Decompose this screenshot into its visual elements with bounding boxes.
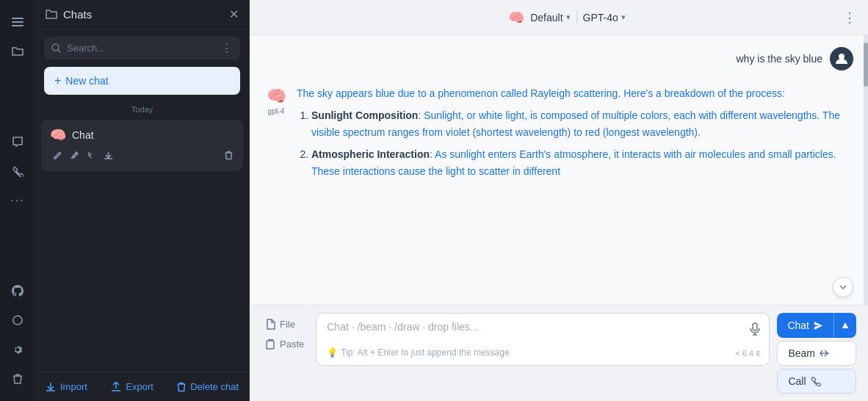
gpt-chevron-icon: ▾ (621, 12, 626, 22)
model-selector-button[interactable]: Default ▾ (530, 12, 570, 24)
ai-message-row: 🧠 gpt-4 The sky appears blue due to a ph… (250, 76, 868, 194)
call-button[interactable]: Call (777, 369, 856, 394)
main-chat-area: 🧠 Default ▾ GPT-4o ▾ ⋮ why is the sky bl… (250, 0, 868, 401)
microphone-icon[interactable] (750, 322, 760, 339)
import-button[interactable]: Import (46, 381, 87, 392)
phone-nav-icon[interactable] (4, 158, 31, 184)
delete-chat-label: Delete chat (190, 381, 239, 392)
message-input-box[interactable]: Chat · /beam · /draw · drop files... 💡 T… (316, 313, 770, 366)
file-button[interactable]: File (261, 316, 308, 333)
paste-label: Paste (280, 339, 304, 350)
today-section-label: Today (35, 102, 249, 118)
ai-list-item-2: Atmospheric Interaction: As sunlight ent… (311, 146, 853, 179)
export-button[interactable]: Export (111, 381, 153, 392)
gpt-model-name: GPT-4o (583, 12, 618, 24)
call-icon (811, 376, 821, 386)
file-icon (266, 319, 275, 330)
import-label: Import (60, 381, 87, 392)
folder-icon[interactable] (4, 38, 31, 65)
tip-text: Tip: Alt + Enter to just append the mess… (341, 347, 509, 358)
export-icon (111, 382, 121, 392)
send-expand-button[interactable] (833, 313, 856, 338)
input-area: File Paste Chat · /beam · /draw · drop f… (250, 305, 868, 401)
search-options-icon[interactable]: ⋮ (221, 41, 233, 55)
scrollbar-track (864, 35, 868, 305)
gpt-model-button[interactable]: GPT-4o ▾ (583, 12, 626, 24)
input-placeholder: Chat · /beam · /draw · drop files... (327, 321, 759, 333)
sidebar-title: Chats (63, 8, 92, 21)
search-icon (51, 43, 61, 53)
chat-header: 🧠 Default ▾ GPT-4o ▾ ⋮ (250, 0, 868, 35)
ai-brain-icon: 🧠 (267, 87, 286, 106)
cost-indicator: < 6.4 ¢ (735, 349, 760, 358)
magic-icon[interactable] (68, 149, 81, 164)
sidebar-header: Chats ✕ (35, 0, 249, 29)
folder-header-icon (46, 10, 57, 20)
header-center: 🧠 Default ▾ GPT-4o ▾ (508, 10, 626, 26)
menu-icon[interactable] (4, 9, 31, 35)
chat-item-header: 🧠 Chat (50, 127, 234, 143)
new-chat-button[interactable]: + New chat (44, 67, 240, 95)
sidebar-header-left: Chats (46, 8, 92, 21)
delete-chat-button[interactable]: Delete chat (177, 381, 239, 392)
svg-rect-7 (753, 323, 757, 330)
paste-button[interactable]: Paste (261, 336, 308, 353)
new-chat-label: New chat (65, 75, 108, 87)
github-icon[interactable] (4, 278, 31, 304)
ai-intro: The sky appears blue due to a phenomenon… (297, 85, 853, 101)
chat-item-name: Chat (72, 129, 94, 141)
import-icon (46, 382, 56, 392)
model-name: Default (530, 12, 563, 24)
ai-response-content: The sky appears blue due to a phenomenon… (297, 85, 853, 185)
branch-icon[interactable] (85, 149, 98, 164)
beam-icon (820, 349, 830, 358)
search-bar: ⋮ (44, 37, 240, 59)
item1-title: Sunlight Composition (311, 109, 418, 121)
chat-item-actions (50, 149, 234, 164)
chat-messages[interactable]: why is the sky blue 🧠 gpt-4 The sky appe… (250, 35, 868, 305)
expand-icon (842, 322, 849, 328)
header-brain-icon: 🧠 (508, 10, 524, 26)
beam-label: Beam (788, 347, 815, 359)
send-icon (814, 321, 823, 330)
trash-icon[interactable] (4, 366, 31, 392)
paste-icon (266, 339, 275, 350)
call-label: Call (788, 375, 806, 387)
delete-chat-icon[interactable] (223, 149, 234, 164)
sidebar: Chats ✕ ⋮ + New chat Today 🧠 Chat (35, 0, 250, 401)
ai-model-label: gpt-4 (268, 107, 285, 115)
ai-list-item-1: Sunlight Composition: Sunlight, or white… (311, 107, 853, 140)
circle-icon[interactable] (4, 307, 31, 333)
settings-icon[interactable] (4, 336, 31, 363)
chat-list-item[interactable]: 🧠 Chat (41, 120, 243, 171)
user-message-text: why is the sky blue (737, 53, 823, 65)
export-label: Export (126, 381, 153, 392)
beam-button[interactable]: Beam (777, 341, 856, 366)
more-nav-icon[interactable]: ··· (4, 187, 31, 214)
svg-point-5 (839, 54, 845, 59)
user-avatar (830, 47, 853, 71)
ai-list: Sunlight Composition: Sunlight, or white… (297, 107, 853, 179)
chat-button-label: Chat (787, 319, 809, 331)
chat-send-row: Chat (777, 313, 856, 338)
chat-send-button[interactable]: Chat (777, 313, 833, 338)
search-input[interactable] (67, 43, 215, 54)
send-buttons-group: Chat Beam Call (777, 313, 856, 394)
scrollbar-thumb[interactable] (864, 43, 868, 87)
ai-intro-highlighted: The sky appears blue due to a phenomenon… (297, 87, 785, 99)
item2-title: Atmospheric Interaction (311, 148, 430, 160)
model-chevron-icon: ▾ (566, 12, 571, 22)
svg-rect-2 (12, 25, 23, 26)
edit-icon[interactable] (51, 149, 64, 164)
tip-bulb-icon: 💡 (327, 347, 338, 358)
chat-bubble-icon[interactable] (4, 129, 31, 155)
brain-icon: 🧠 (50, 127, 66, 143)
input-side-buttons: File Paste (261, 313, 308, 353)
ai-avatar: 🧠 gpt-4 (264, 87, 288, 110)
close-icon[interactable]: ✕ (229, 7, 239, 21)
scroll-down-button[interactable] (833, 277, 853, 297)
header-more-icon[interactable]: ⋮ (843, 10, 856, 26)
plus-icon: + (54, 74, 61, 87)
left-navigation: ··· (0, 0, 35, 401)
download-icon[interactable] (102, 149, 115, 164)
